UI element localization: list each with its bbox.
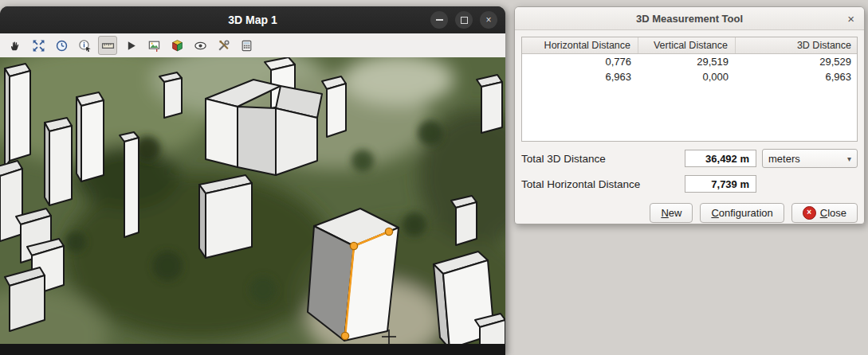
close-red-icon: × <box>803 206 816 220</box>
cell-3d: 29,529 <box>736 54 858 69</box>
pan-icon[interactable] <box>6 36 25 55</box>
cell-horizontal: 0,776 <box>522 54 638 69</box>
map-toolbar <box>0 33 505 58</box>
dialog-close-icon[interactable]: × <box>844 11 858 26</box>
table-row[interactable]: 0,776 29,519 29,529 <box>522 54 857 69</box>
total-horizontal-distance-value: 7,739 m <box>685 175 756 193</box>
window-controls: × <box>430 11 497 29</box>
maximize-icon[interactable] <box>455 11 473 29</box>
total-horizontal-row: Total Horizontal Distance 7,739 m <box>521 175 858 193</box>
measurement-dialog: 3D Measurement Tool × Horizontal Distanc… <box>514 6 865 224</box>
cell-vertical: 29,519 <box>638 54 736 69</box>
total-3d-distance-label: Total 3D Distance <box>521 153 679 165</box>
dialog-title: 3D Measurement Tool <box>636 13 743 25</box>
new-button[interactable]: New <box>650 203 693 223</box>
identify-icon[interactable] <box>75 36 94 55</box>
close-button[interactable]: × Close <box>791 203 858 223</box>
save-image-icon[interactable] <box>144 36 163 55</box>
unit-dropdown[interactable]: meters ▾ <box>762 149 858 168</box>
minimize-icon[interactable] <box>430 11 448 29</box>
unit-selected-value: meters <box>768 153 800 165</box>
total-3d-distance-value: 36,492 m <box>685 150 756 167</box>
map-3d-viewport[interactable] <box>0 57 505 344</box>
total-horizontal-distance-label: Total Horizontal Distance <box>521 178 679 190</box>
chevron-down-icon: ▾ <box>847 154 851 163</box>
table-row[interactable]: 6,963 0,000 6,963 <box>522 69 857 84</box>
close-icon[interactable]: × <box>480 11 497 29</box>
map-window-title: 3D Map 1 <box>228 14 277 26</box>
measurement-table: Horizontal Distance Vertical Distance 3D… <box>521 37 858 142</box>
map-titlebar[interactable]: 3D Map 1 × <box>0 6 505 33</box>
configuration-button[interactable]: Configuration <box>700 203 784 223</box>
clock-icon[interactable] <box>52 36 71 55</box>
table-header-row: Horizontal Distance Vertical Distance 3D… <box>522 37 857 54</box>
dialog-button-row: New Configuration × Close <box>521 203 858 223</box>
header-3d-distance[interactable]: 3D Distance <box>736 37 858 53</box>
zoom-full-icon[interactable] <box>29 36 48 55</box>
view-theme-icon[interactable] <box>190 36 210 55</box>
header-vertical-distance[interactable]: Vertical Distance <box>638 37 736 53</box>
measure-icon[interactable] <box>98 36 117 55</box>
dialog-titlebar[interactable]: 3D Measurement Tool × <box>515 7 864 30</box>
calculator-icon[interactable] <box>237 36 256 55</box>
dialog-body: Horizontal Distance Vertical Distance 3D… <box>515 30 864 224</box>
cell-horizontal: 6,963 <box>522 69 638 84</box>
map-scene <box>0 57 505 344</box>
map-window-bottom-edge <box>0 344 505 355</box>
map-window: 3D Map 1 × <box>0 6 505 355</box>
play-animation-icon[interactable] <box>121 36 140 55</box>
export-3d-scene-icon[interactable] <box>167 36 187 55</box>
header-horizontal-distance[interactable]: Horizontal Distance <box>522 37 638 53</box>
cell-vertical: 0,000 <box>638 69 736 84</box>
cell-3d: 6,963 <box>736 69 858 84</box>
total-3d-row: Total 3D Distance 36,492 m meters ▾ <box>521 149 858 168</box>
tools-icon[interactable] <box>214 36 233 55</box>
